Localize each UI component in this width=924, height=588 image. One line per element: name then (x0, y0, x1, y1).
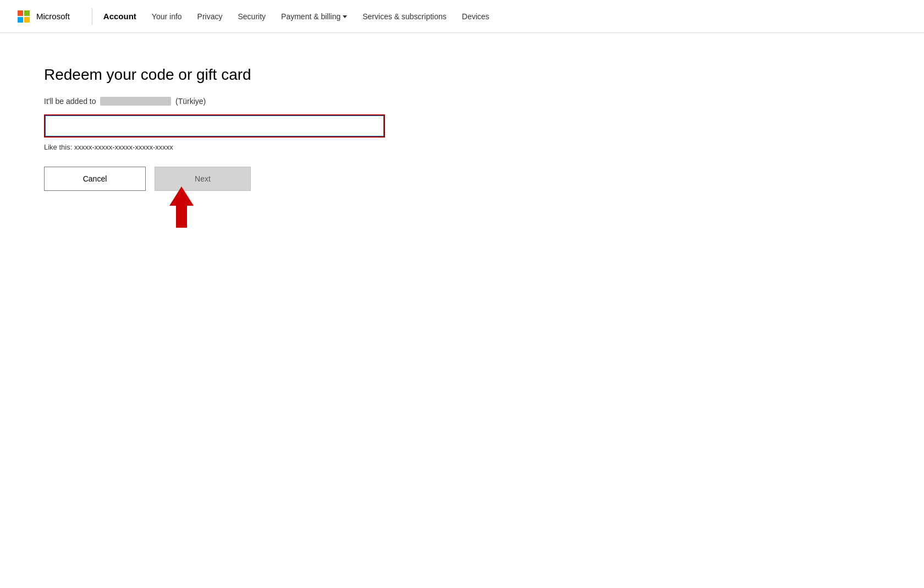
microsoft-logo-text: Microsoft (36, 12, 70, 21)
subtitle-prefix: It'll be added to (44, 97, 96, 106)
nav-item-security[interactable]: Security (238, 12, 266, 21)
nav-link-security[interactable]: Security (238, 12, 266, 21)
subtitle-suffix: (Türkiye) (175, 97, 206, 106)
page-title: Redeem your code or gift card (44, 66, 396, 84)
nav-dropdown-payment[interactable]: Payment & billing (281, 12, 347, 21)
nav-item-privacy[interactable]: Privacy (197, 12, 223, 21)
hint-text: Like this: xxxxx-xxxxx-xxxxx-xxxxx-xxxxx (44, 143, 396, 151)
chevron-down-icon (343, 15, 347, 18)
nav-link-your-info[interactable]: Your info (152, 12, 182, 21)
microsoft-logo-icon (18, 10, 30, 23)
red-arrow-icon (160, 186, 204, 236)
nav-link-privacy[interactable]: Privacy (197, 12, 223, 21)
logo-area: Microsoft (18, 10, 70, 23)
header-divider (92, 8, 92, 25)
cancel-button[interactable]: Cancel (44, 167, 146, 191)
next-button[interactable]: Next (155, 167, 251, 191)
nav-item-payment-billing[interactable]: Payment & billing (281, 12, 347, 21)
nav-item-devices[interactable]: Devices (462, 12, 490, 21)
nav-link-payment-billing[interactable]: Payment & billing (281, 12, 340, 21)
nav-link-devices[interactable]: Devices (462, 12, 490, 21)
main-content: Redeem your code or gift card It'll be a… (0, 33, 440, 224)
logo-yellow (24, 17, 30, 23)
nav-item-services[interactable]: Services & subscriptions (362, 12, 447, 21)
buttons-wrapper: Cancel Next (44, 167, 251, 191)
code-input-container (44, 114, 396, 138)
logo-blue (18, 17, 23, 23)
subtitle: It'll be added to user@example.com (Türk… (44, 97, 396, 106)
logo-green (24, 10, 30, 16)
account-label: Account (103, 12, 136, 21)
nav-item-your-info[interactable]: Your info (152, 12, 182, 21)
nav-link-services[interactable]: Services & subscriptions (362, 12, 447, 21)
code-input[interactable] (44, 114, 385, 138)
header: Microsoft Account Your info Privacy Secu… (0, 0, 924, 33)
main-nav: Your info Privacy Security Payment & bil… (152, 12, 490, 21)
logo-red (18, 10, 23, 16)
svg-marker-0 (169, 186, 194, 228)
user-email-blurred: user@example.com (100, 97, 171, 106)
